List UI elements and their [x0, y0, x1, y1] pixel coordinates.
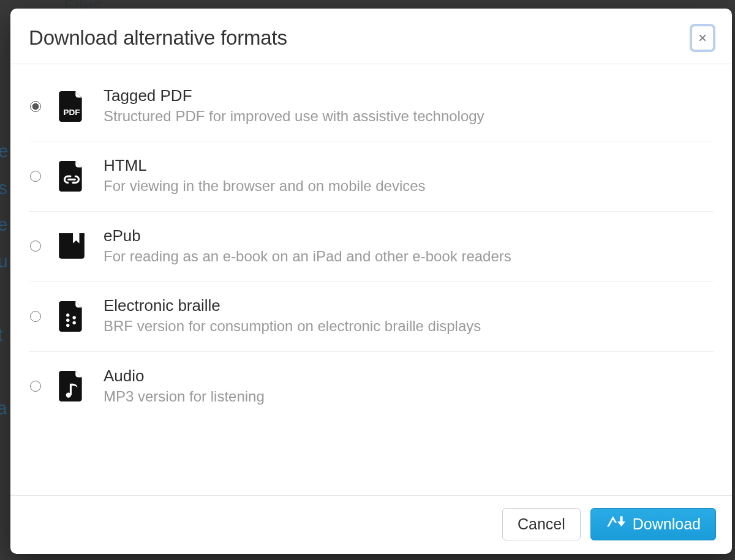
format-option-tagged-pdf[interactable]: PDF Tagged PDF Structured PDF for improv… [29, 72, 714, 141]
format-option-html[interactable]: HTML For viewing in the browser and on m… [29, 141, 714, 211]
format-description: For viewing in the browser and on mobile… [104, 176, 710, 196]
download-button[interactable]: Download [590, 508, 716, 540]
download-button-label: Download [633, 517, 701, 532]
format-text: ePub For reading as an e-book on an iPad… [104, 226, 710, 266]
format-radio-audio[interactable] [30, 381, 41, 392]
format-radio-braille[interactable] [30, 311, 41, 322]
audio-file-icon [57, 369, 86, 403]
backdrop-text: u [0, 251, 8, 272]
format-list: PDF Tagged PDF Structured PDF for improv… [29, 72, 714, 421]
close-button[interactable]: × [692, 26, 714, 50]
format-title: ePub [104, 226, 710, 245]
format-title: Tagged PDF [104, 86, 710, 105]
format-text: Audio MP3 version for listening [104, 367, 710, 406]
format-text: HTML For viewing in the browser and on m… [104, 156, 710, 196]
format-title: Audio [104, 367, 710, 386]
backdrop-text: a [0, 398, 7, 419]
download-arrow-icon [606, 516, 627, 532]
format-radio-html[interactable] [30, 171, 41, 182]
backdrop-text: s [0, 177, 7, 198]
cancel-button[interactable]: Cancel [502, 508, 581, 540]
dialog-footer: Cancel Download [10, 495, 732, 554]
format-description: For reading as an e-book on an iPad and … [104, 247, 710, 266]
svg-point-2 [66, 313, 69, 316]
backdrop-text: t [0, 324, 2, 345]
svg-point-6 [72, 321, 75, 324]
epub-book-icon [57, 229, 86, 263]
format-radio-epub[interactable] [30, 241, 41, 252]
svg-point-4 [66, 324, 69, 327]
svg-point-5 [72, 316, 75, 319]
format-radio-tagged-pdf[interactable] [30, 101, 41, 112]
svg-rect-8 [70, 384, 72, 395]
svg-text:PDF: PDF [63, 107, 80, 116]
format-description: MP3 version for listening [104, 387, 710, 406]
format-text: Electronic braille BRF version for consu… [104, 296, 710, 336]
format-option-braille[interactable]: Electronic braille BRF version for consu… [29, 282, 714, 351]
backdrop-text: e [0, 141, 9, 162]
format-description: BRF version for consumption on electroni… [104, 316, 710, 336]
dialog-body: PDF Tagged PDF Structured PDF for improv… [10, 64, 732, 495]
format-description: Structured PDF for improved use with ass… [104, 106, 710, 126]
html-link-file-icon [57, 159, 86, 193]
svg-point-3 [66, 318, 69, 321]
format-title: Electronic braille [104, 296, 710, 315]
format-option-audio[interactable]: Audio MP3 version for listening [29, 352, 714, 421]
format-title: HTML [104, 156, 710, 175]
backdrop-text: e [0, 214, 8, 235]
dialog-header: Download alternative formats × [10, 9, 732, 64]
format-option-epub[interactable]: ePub For reading as an e-book on an iPad… [29, 212, 714, 282]
pdf-file-icon: PDF [57, 89, 86, 124]
dialog-title: Download alternative formats [29, 26, 287, 50]
download-formats-dialog: Download alternative formats × PDF Tagge… [10, 9, 732, 554]
format-text: Tagged PDF Structured PDF for improved u… [104, 86, 710, 126]
braille-file-icon [57, 299, 86, 334]
